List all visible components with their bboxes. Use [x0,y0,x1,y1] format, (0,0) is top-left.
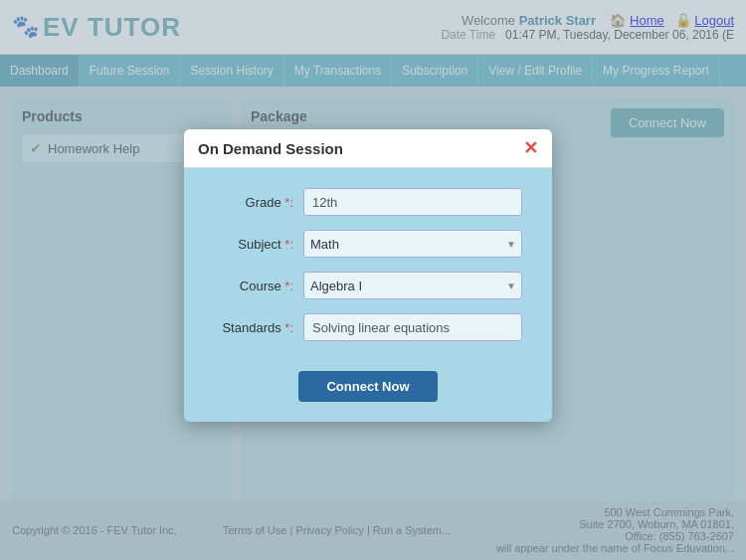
course-select-wrapper: Algebra I ▼ [303,272,522,299]
on-demand-session-modal: On Demand Session ✕ Grade *: Subject *: … [184,129,552,422]
subject-select[interactable]: Math [303,230,522,258]
standards-input[interactable] [303,313,522,341]
modal-footer: Connect Now [184,365,552,402]
standards-row: Standards *: [214,313,522,341]
grade-required: *: [284,195,293,210]
modal-connect-button[interactable]: Connect Now [298,371,437,402]
course-row: Course *: Algebra I ▼ [214,272,522,299]
grade-label: Grade *: [214,195,303,210]
standards-required: *: [284,320,293,335]
subject-select-wrapper: Math ▼ [303,230,522,258]
modal-body: Grade *: Subject *: Math ▼ Course *: [184,168,552,365]
subject-label: Subject *: [214,237,303,252]
grade-input[interactable] [303,188,522,216]
modal-header: On Demand Session ✕ [184,129,552,168]
standards-label: Standards *: [214,320,303,335]
modal-title: On Demand Session [198,140,343,157]
subject-required: *: [284,237,293,252]
course-select[interactable]: Algebra I [303,272,522,299]
subject-row: Subject *: Math ▼ [214,230,522,258]
grade-row: Grade *: [214,188,522,216]
course-label: Course *: [214,279,303,293]
modal-close-button[interactable]: ✕ [523,139,538,157]
course-required: *: [284,279,293,293]
